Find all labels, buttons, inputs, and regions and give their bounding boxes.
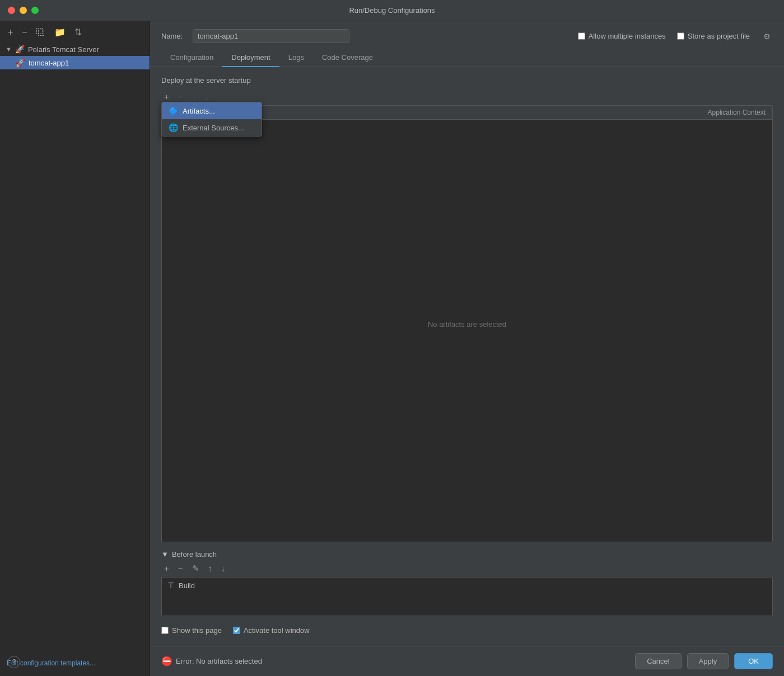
name-label: Name: [161,32,186,40]
allow-multiple-option[interactable]: Allow multiple instances [578,32,666,40]
help-button[interactable]: ? [8,656,20,668]
config-header: Name: Allow multiple instances Store as … [150,21,784,49]
tomcat-child-icon: 🚀 [16,58,25,67]
window-controls [8,7,39,14]
error-message: ⛔ Error: No artifacts selected [161,656,629,666]
allow-multiple-label: Allow multiple instances [589,32,666,40]
apply-button[interactable]: Apply [687,653,729,669]
store-as-project-option[interactable]: Store as project file [677,32,750,40]
show-page-option[interactable]: Show this page [161,626,222,635]
edit-before-launch-button[interactable]: ✎ [189,563,202,574]
tabs-bar: Configuration Deployment Logs Code Cover… [150,49,784,67]
sidebar: + − ⿻ 📁 ⇅ ▼ 🚀 Polaris Tomcat Server 🚀 to… [0,21,150,676]
before-launch-list: ⊤ Build [161,577,773,616]
move-up-before-launch-button[interactable]: ↑ [206,563,216,574]
external-sources-label: External Sources... [183,124,244,132]
add-artifact-popup: 🔷 Artifacts... 🌐 External Sources... [161,102,262,137]
sidebar-item-tomcat-app1[interactable]: 🚀 tomcat-app1 [0,56,150,69]
copy-config-button[interactable]: ⿻ [34,27,48,38]
tab-code-coverage[interactable]: Code Coverage [313,49,382,67]
sort-button[interactable]: ⇅ [72,27,84,38]
artifacts-table: Application Context No artifacts are sel… [161,105,773,542]
show-page-label: Show this page [172,626,222,635]
allow-multiple-checkbox[interactable] [578,32,585,40]
ok-button[interactable]: OK [734,653,773,669]
edit-config-link[interactable]: Edit configuration templates... [0,654,150,673]
maximize-button[interactable] [31,7,39,14]
bottom-options: Show this page Activate tool window [161,621,773,637]
sidebar-child-label: tomcat-app1 [29,59,69,67]
tomcat-parent-icon: 🚀 [15,45,25,54]
remove-config-button[interactable]: − [20,27,29,38]
store-as-project-label: Store as project file [688,32,750,40]
add-artifact-dropdown: + 🔷 Artifacts... 🌐 External Sources... [161,91,172,102]
tab-configuration[interactable]: Configuration [161,49,222,67]
chevron-down-icon: ▼ [6,46,12,53]
move-down-before-launch-button[interactable]: ↓ [218,563,228,574]
activate-tool-label: Activate tool window [244,626,310,635]
before-launch-section: ▼ Before launch + − ✎ ↑ ↓ ⊤ Build [161,550,773,621]
sidebar-item-polaris-tomcat[interactable]: ▼ 🚀 Polaris Tomcat Server [0,43,150,56]
main-layout: + − ⿻ 📁 ⇅ ▼ 🚀 Polaris Tomcat Server 🚀 to… [0,21,784,676]
error-text: Error: No artifacts selected [176,657,262,665]
close-button[interactable] [8,7,15,14]
remove-artifact-button[interactable]: − [175,91,186,102]
activate-tool-option[interactable]: Activate tool window [233,626,310,635]
before-launch-toolbar: + − ✎ ↑ ↓ [161,563,773,574]
gear-button[interactable]: ⚙ [761,32,773,41]
tab-deployment[interactable]: Deployment [222,49,279,67]
footer: ⛔ Error: No artifacts selected Cancel Ap… [150,646,784,676]
footer-buttons: Cancel Apply OK [635,653,773,669]
before-launch-header: ▼ Before launch [161,550,773,558]
sidebar-parent-label: Polaris Tomcat Server [28,45,99,54]
no-artifacts-message: No artifacts are selected [428,320,506,328]
artifacts-label: Artifacts... [183,107,215,115]
title-bar: Run/Debug Configurations [0,0,784,21]
header-options: Allow multiple instances Store as projec… [578,32,773,41]
build-icon: ⊤ [167,581,174,590]
external-sources-option[interactable]: 🌐 External Sources... [162,119,262,136]
deploy-section-label: Deploy at the server startup [161,76,773,84]
folder-button[interactable]: 📁 [52,27,68,38]
build-label: Build [179,581,195,590]
before-launch-label: Before launch [172,550,217,558]
right-panel: Name: Allow multiple instances Store as … [150,21,784,676]
activate-tool-checkbox[interactable] [233,627,240,634]
show-page-checkbox[interactable] [161,627,169,634]
remove-before-launch-button[interactable]: − [175,563,186,574]
cancel-button[interactable]: Cancel [635,653,681,669]
deployment-content: Deploy at the server startup + 🔷 Artifac… [150,67,784,646]
chevron-before-launch-icon: ▼ [161,550,169,558]
sidebar-toolbar: + − ⿻ 📁 ⇅ [0,25,150,43]
add-config-button[interactable]: + [6,27,15,38]
tab-logs[interactable]: Logs [279,49,313,67]
error-icon: ⛔ [161,656,172,666]
add-before-launch-button[interactable]: + [161,563,172,574]
store-as-project-checkbox[interactable] [677,32,684,40]
artifacts-toolbar: + 🔷 Artifacts... 🌐 External Sources... −… [161,89,773,104]
minimize-button[interactable] [20,7,27,14]
config-name-input[interactable] [193,29,349,43]
window-title: Run/Debug Configurations [349,6,435,15]
build-item: ⊤ Build [167,581,767,590]
move-down-artifact-button[interactable]: ↓ [202,91,212,102]
artifacts-option[interactable]: 🔷 Artifacts... [162,102,262,119]
move-up-artifact-button[interactable]: ↑ [189,91,199,102]
app-context-col: Application Context [567,109,766,116]
artifacts-icon: 🔷 [169,106,178,115]
add-artifact-button[interactable]: + [161,91,172,102]
external-sources-icon: 🌐 [169,123,178,132]
